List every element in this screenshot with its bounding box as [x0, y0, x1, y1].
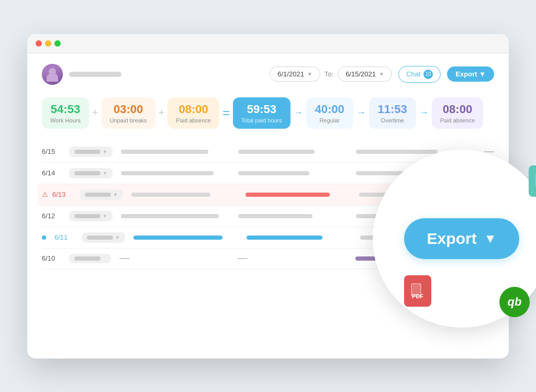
dropdown-text: [74, 214, 100, 218]
export-big-label: Export: [427, 230, 477, 248]
chevron-down-icon: ▼: [103, 149, 107, 154]
chat-badge: 10: [423, 70, 433, 79]
row-date: 6/10: [42, 254, 61, 262]
bar-col-3: [121, 150, 230, 154]
chat-button[interactable]: Chat 10: [398, 66, 441, 83]
qb-label: qb: [508, 295, 522, 309]
dropdown-text: [87, 236, 113, 240]
error-icon: ⚠: [42, 191, 48, 198]
dropdown-text: [74, 256, 100, 261]
browser-window: 6/1/2021 ▼ To: 6/15/2021 ▼ Chat 10 Expor…: [27, 34, 509, 359]
user-name-placeholder: [69, 72, 121, 77]
blue-dot-icon: [42, 236, 46, 240]
to-label: To:: [325, 70, 333, 78]
bar-col-blue: [133, 236, 238, 240]
bar-col-4: [238, 214, 347, 218]
bar-col-3: [121, 214, 230, 218]
pdf-export-icon[interactable]: PDF: [404, 275, 431, 307]
summary-row: 54:53 Work Hours + 03:00 Unpaid breaks +…: [42, 97, 494, 129]
bar-col-red: [245, 193, 351, 197]
bar-col-4: [238, 171, 347, 175]
paid-absence-2-card: 08:00 Paid absence: [432, 97, 484, 129]
regular-value: 40:00: [315, 103, 345, 116]
date-from-button[interactable]: 6/1/2021 ▼: [270, 66, 320, 82]
arrow-sign-2: →: [356, 107, 366, 118]
dropdown-text: [74, 150, 100, 154]
date-to-chevron: ▼: [379, 71, 384, 77]
dropdown-text: [85, 193, 111, 197]
arrow-sign-3: →: [419, 107, 429, 118]
overtime-card: 11:53 Overtime: [369, 97, 416, 129]
work-hours-label: Work Hours: [50, 117, 81, 124]
chevron-down-icon: ▼: [103, 171, 107, 176]
chat-label: Chat: [406, 70, 420, 78]
work-hours-value: 54:53: [50, 103, 81, 116]
date-from-chevron: ▼: [307, 71, 312, 77]
total-paid-card: 59:53 Total paid hours: [233, 97, 291, 129]
export-big-button[interactable]: Export ▼: [404, 218, 520, 259]
avatar-image: [42, 64, 63, 85]
unpaid-breaks-card: 03:00 Unpaid breaks: [102, 97, 155, 129]
paid-absence-value: 08:00: [176, 103, 211, 116]
row-dropdown[interactable]: ▼: [69, 211, 113, 221]
bar-col-blue2: [247, 236, 351, 240]
plus-sign: +: [92, 107, 98, 119]
date-from-value: 6/1/2021: [277, 70, 304, 78]
export-button[interactable]: Export ▼: [447, 66, 494, 82]
row-date: 6/11: [54, 233, 73, 241]
row-dropdown[interactable]: ▼: [80, 189, 123, 200]
avatar: [42, 64, 63, 85]
overtime-label: Overtime: [377, 117, 408, 124]
xls-export-icon[interactable]: XLS: [529, 165, 536, 197]
row-date: 6/15: [42, 148, 61, 155]
plus-sign-2: +: [159, 107, 165, 119]
date-to-value: 6/15/2021: [345, 70, 376, 78]
paid-abs2-value: 08:00: [440, 103, 475, 116]
regular-label: Regular: [315, 117, 345, 124]
minimize-dot[interactable]: [45, 40, 51, 47]
row-dropdown[interactable]: ▼: [69, 147, 113, 157]
paid-abs2-label: Paid absence: [440, 117, 475, 124]
overtime-value: 11:53: [377, 103, 408, 116]
bar-col-4: [238, 150, 347, 154]
bar-col-3: [121, 171, 230, 175]
row-date: 6/13: [52, 191, 71, 198]
content-area: 6/1/2021 ▼ To: 6/15/2021 ▼ Chat 10 Expor…: [27, 53, 509, 286]
dash-col-3: [119, 258, 229, 259]
bar-col-3: [131, 193, 237, 197]
row-dropdown[interactable]: ▼: [69, 168, 113, 178]
close-dot[interactable]: [36, 40, 42, 47]
maximize-dot[interactable]: [54, 40, 61, 47]
paid-absence-card: 08:00 Paid absence: [168, 97, 219, 129]
date-range: 6/1/2021 ▼ To: 6/15/2021 ▼: [270, 66, 392, 82]
unpaid-breaks-value: 03:00: [110, 103, 147, 116]
date-to-button[interactable]: 6/15/2021 ▼: [338, 66, 392, 82]
row-date: 6/12: [42, 212, 61, 220]
pdf-label: PDF: [412, 293, 423, 299]
unpaid-breaks-label: Unpaid breaks: [110, 117, 147, 124]
row-dropdown[interactable]: [69, 254, 111, 263]
regular-card: 40:00 Regular: [306, 97, 353, 129]
chevron-down-icon: ▼: [115, 235, 120, 240]
total-paid-label: Total paid hours: [241, 117, 282, 124]
equals-sign: =: [222, 106, 230, 120]
total-paid-value: 59:53: [241, 103, 282, 116]
browser-chrome: [27, 34, 509, 53]
zoom-overlay: Export ▼ XLS PDF qb: [373, 150, 536, 328]
dash-col-4: [237, 258, 347, 259]
export-triangle-icon: ▼: [484, 231, 497, 246]
export-label: Export ▼: [455, 70, 486, 78]
arrow-sign: →: [294, 107, 303, 118]
quickbooks-export-icon[interactable]: qb: [499, 287, 530, 317]
chevron-down-icon: ▼: [113, 192, 118, 197]
paid-absence-label: Paid absence: [176, 117, 211, 124]
work-hours-card: 54:53 Work Hours: [42, 97, 89, 129]
chevron-down-icon: ▼: [103, 214, 107, 219]
dropdown-text: [74, 171, 100, 175]
row-date: 6/14: [42, 169, 61, 177]
top-bar: 6/1/2021 ▼ To: 6/15/2021 ▼ Chat 10 Expor…: [42, 64, 494, 85]
row-dropdown[interactable]: ▼: [82, 232, 125, 243]
